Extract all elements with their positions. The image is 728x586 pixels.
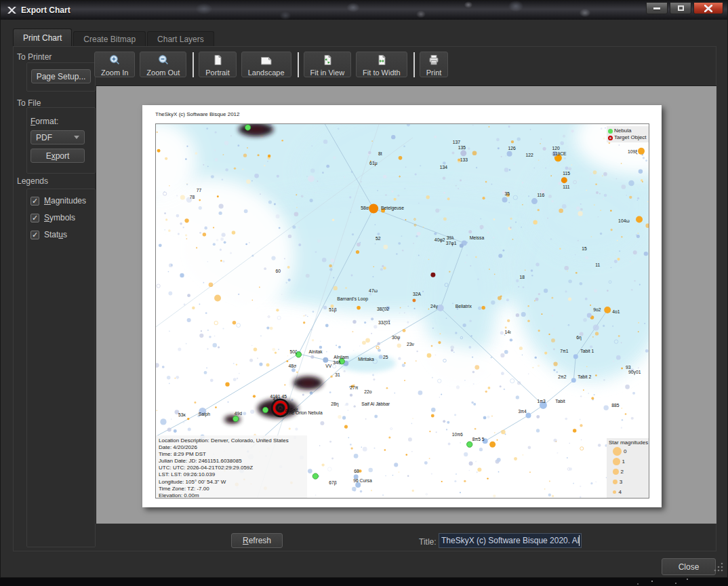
svg-text:The Orion Nebula: The Orion Nebula — [286, 410, 323, 415]
checkbox-label: Status — [44, 230, 67, 239]
svg-text:122: 122 — [525, 153, 533, 157]
svg-text:50ζ: 50ζ — [289, 349, 297, 355]
svg-text:133: 133 — [460, 157, 468, 162]
info-line: Date: 4/20/2026 — [159, 444, 307, 451]
svg-text:53κ: 53κ — [178, 412, 186, 417]
svg-text:119CE: 119CE — [552, 151, 567, 156]
toolbar-separator — [298, 52, 299, 77]
svg-text:135: 135 — [458, 145, 466, 150]
svg-text:25: 25 — [383, 355, 388, 359]
svg-text:32A: 32A — [413, 292, 422, 296]
close-button[interactable]: Close — [662, 558, 716, 575]
format-select[interactable]: PDF — [31, 130, 85, 144]
checkbox-symbols[interactable]: ✓Symbols — [31, 213, 75, 222]
checkbox-box: ✓ — [31, 214, 39, 222]
chart-page: TheSkyX (c) Software Bisque 2012 8t61μ13… — [142, 105, 662, 507]
svg-text:104ω: 104ω — [618, 218, 630, 223]
svg-text:Alnilam: Alnilam — [333, 355, 349, 359]
toolbar: Zoom InZoom OutPortraitLandscapeFit in V… — [94, 51, 453, 78]
toolbar-separator — [193, 52, 194, 77]
toolbar-button-label: Zoom Out — [146, 69, 180, 77]
svg-text:134: 134 — [440, 165, 448, 170]
close-window-button[interactable] — [693, 2, 723, 14]
svg-text:18: 18 — [520, 275, 525, 279]
svg-text:35: 35 — [505, 191, 510, 196]
tab-create-bitmap[interactable]: Create Bitmap — [73, 31, 146, 47]
titlebar[interactable]: Export Chart — [1, 1, 727, 20]
svg-text:77: 77 — [197, 188, 202, 193]
export-button[interactable]: Export — [31, 149, 85, 163]
svg-text:48σ: 48σ — [288, 364, 297, 368]
info-line: Time Zone: TZ: -7.00 — [159, 486, 307, 492]
toolbar-button-label: Fit in View — [310, 69, 345, 77]
svg-text:885: 885 — [611, 403, 620, 408]
checkbox-label: Magnitudes — [44, 196, 86, 206]
toolbar-fit-in-view-button[interactable]: Fit in View — [304, 52, 352, 77]
toolbar-print-button[interactable]: Print — [420, 52, 449, 77]
magnitude-value: 4 — [618, 489, 621, 495]
svg-text:34δ: 34δ — [333, 360, 341, 365]
toolbar-button-label: Fit to Width — [363, 69, 401, 77]
magnitude-row: 0 — [609, 446, 649, 456]
toolbar-landscape-button[interactable]: Landscape — [241, 52, 291, 77]
toolbar-zoom-out-button[interactable]: Zoom Out — [140, 52, 186, 77]
magnitude-dot — [613, 490, 616, 494]
svg-text:47ω: 47ω — [369, 288, 378, 293]
page-setup-button[interactable]: Page Setup... — [31, 69, 91, 83]
tab-print-chart[interactable]: Print Chart — [13, 28, 72, 47]
maximize-button[interactable] — [670, 2, 691, 14]
svg-text:49d: 49d — [235, 411, 243, 416]
window-controls — [646, 2, 723, 14]
info-line: Elevation: 0.00m — [159, 492, 307, 499]
magnitude-value: 1 — [622, 458, 625, 465]
toolbar-portrait-button[interactable]: Portrait — [199, 52, 236, 77]
svg-text:Tabit 2: Tabit 2 — [578, 374, 591, 379]
svg-text:126: 126 — [508, 146, 517, 151]
close-icon — [704, 5, 712, 12]
svg-text:9o2: 9o2 — [593, 307, 601, 312]
legends-label: Legends — [17, 176, 48, 186]
checkbox-magnitudes[interactable]: ✓Magnitudes — [31, 196, 86, 206]
legends-group — [26, 189, 96, 547]
svg-text:78: 78 — [190, 195, 195, 199]
nebula-dot — [608, 129, 613, 134]
zoom-out-icon — [157, 54, 169, 69]
svg-text:68: 68 — [354, 469, 359, 473]
svg-text:Bellatrix: Bellatrix — [456, 304, 472, 309]
resize-grip[interactable] — [712, 562, 723, 574]
chart-copyright-header: TheSkyX (c) Software Bisque 2012 — [155, 111, 240, 117]
svg-text:67β: 67β — [329, 480, 337, 486]
chart-title-label: Title: — [419, 537, 437, 547]
toolbar-button-label: Landscape — [248, 69, 285, 77]
svg-text:120: 120 — [552, 146, 560, 151]
svg-text:90γ01: 90γ01 — [628, 370, 641, 375]
svg-text:43: 43 — [273, 397, 279, 402]
magnitude-value: 3 — [620, 479, 622, 485]
magnitude-legend: Star magnitudes01234 — [607, 438, 649, 499]
svg-text:14ι: 14ι — [505, 330, 512, 334]
checkbox-status[interactable]: ✓Status — [31, 230, 67, 239]
chart-title-input[interactable] — [439, 533, 582, 548]
refresh-button[interactable]: Refresh — [231, 533, 283, 548]
to-file-label: To File — [17, 98, 41, 108]
svg-text:11: 11 — [595, 262, 600, 267]
legend-row-nebula: Nebula — [608, 128, 649, 134]
info-line: LST: LST: 09:26:10.039 — [159, 471, 307, 478]
maximize-icon — [678, 5, 684, 11]
fit-to-width-icon — [376, 54, 388, 69]
svg-text:116: 116 — [537, 193, 544, 197]
tab-chart-layers[interactable]: Chart Layers — [147, 31, 214, 47]
svg-text:Betelgeuse: Betelgeuse — [381, 206, 404, 211]
svg-text:Barnard's Loop: Barnard's Loop — [337, 296, 368, 302]
magnitude-dot — [613, 469, 619, 475]
toolbar-fit-to-width-button[interactable]: Fit to Width — [356, 52, 407, 77]
svg-text:VV: VV — [325, 364, 332, 368]
svg-text:40φ2: 40φ2 — [434, 237, 445, 243]
svg-text:8π5 5: 8π5 5 — [472, 437, 485, 442]
svg-text:8t: 8t — [378, 151, 382, 156]
svg-text:115: 115 — [563, 171, 570, 176]
svg-text:2π2: 2π2 — [558, 374, 566, 379]
minimize-button[interactable] — [646, 2, 668, 14]
toolbar-zoom-in-button[interactable]: Zoom In — [94, 52, 135, 77]
svg-text:52: 52 — [376, 236, 381, 241]
